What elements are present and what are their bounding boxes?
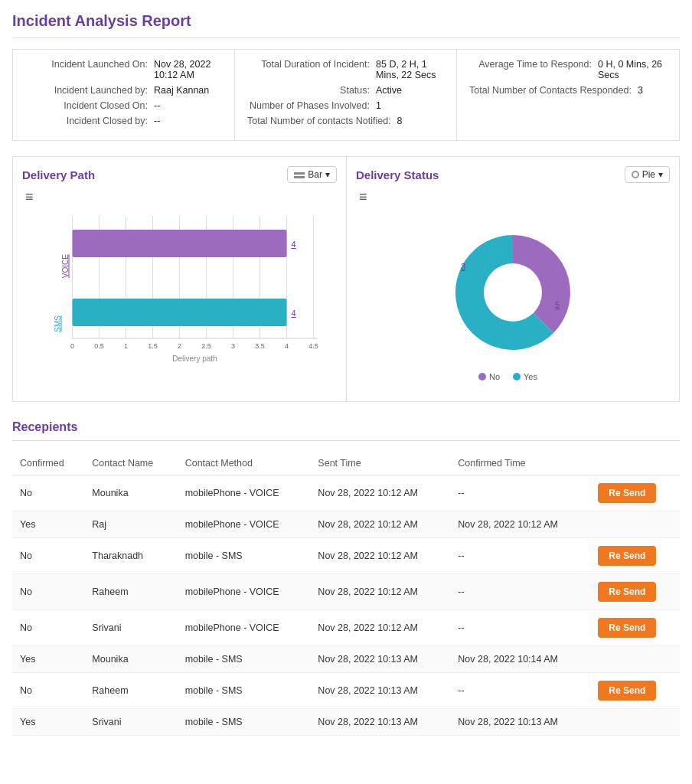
donut-chart-svg: 3 5 No Yes <box>364 216 662 384</box>
label-status: Status: <box>247 85 370 96</box>
cell-contactmethod: mobilePhone - VOICE <box>178 574 311 610</box>
sms-label: SMS <box>54 315 62 332</box>
label-contacts-responded: Total Number of Contacts Responded: <box>469 85 632 96</box>
svg-text:0: 0 <box>70 342 74 350</box>
cell-confirmedtime: Nov 28, 2022 10:13 AM <box>450 709 590 736</box>
table-row: NoRaheemmobile - SMSNov 28, 2022 10:13 A… <box>12 673 680 709</box>
bar-chart-svg: VOICE 4 SMS 4 0 0.5 1 1.5 2 2.5 3 3.5 4 … <box>22 208 337 377</box>
resend-button[interactable]: Re Send <box>598 546 656 566</box>
delivery-path-title: Delivery Path <box>22 168 95 181</box>
info-row-launched-on: Incident Launched On: Nov 28, 2022 10:12… <box>25 59 222 80</box>
col-sent-time: Sent Time <box>310 452 450 475</box>
recipients-table-head: Confirmed Contact Name Contact Method Se… <box>12 452 680 475</box>
cell-contactname: Srivani <box>84 610 177 646</box>
info-col-3: Average Time to Respond: 0 H, 0 Mins, 26… <box>457 50 679 140</box>
info-col-2: Total Duration of Incident: 85 D, 2 H, 1… <box>235 50 457 140</box>
legend-no-text: No <box>489 372 500 381</box>
table-row: NoTharaknadhmobile - SMSNov 28, 2022 10:… <box>12 538 680 574</box>
voice-value: 4 <box>292 240 296 249</box>
cell-resend: Re Send <box>590 574 680 610</box>
cell-contactname: Tharaknadh <box>84 538 177 574</box>
bar-icon <box>294 169 305 180</box>
cell-contactmethod: mobilePhone - VOICE <box>178 511 311 538</box>
table-row: NoSrivanimobilePhone - VOICENov 28, 2022… <box>12 610 680 646</box>
cell-senttime: Nov 28, 2022 10:12 AM <box>310 574 450 610</box>
cell-confirmed: Yes <box>12 709 84 736</box>
cell-confirmed: No <box>12 610 84 646</box>
value-phases: 1 <box>376 100 381 111</box>
cell-senttime: Nov 28, 2022 10:12 AM <box>310 610 450 646</box>
cell-resend <box>590 646 680 673</box>
value-contacts-notified: 8 <box>397 116 403 126</box>
pie-icon <box>632 171 639 178</box>
cell-confirmedtime: -- <box>450 475 590 511</box>
value-avg-time: 0 H, 0 Mins, 26 Secs <box>598 59 667 80</box>
table-row: NoMounikamobilePhone - VOICENov 28, 2022… <box>12 475 680 511</box>
cell-confirmed: No <box>12 673 84 709</box>
cell-confirmed: No <box>12 475 84 511</box>
delivery-path-menu-icon[interactable]: ≡ <box>25 189 34 205</box>
cell-senttime: Nov 28, 2022 10:12 AM <box>310 511 450 538</box>
cell-confirmedtime: Nov 28, 2022 10:12 AM <box>450 511 590 538</box>
svg-text:1: 1 <box>124 342 128 350</box>
cell-resend: Re Send <box>590 538 680 574</box>
value-status: Active <box>376 85 402 96</box>
cell-senttime: Nov 28, 2022 10:12 AM <box>310 475 450 511</box>
cell-contactname: Srivani <box>84 709 177 736</box>
cell-contactmethod: mobile - SMS <box>178 673 311 709</box>
legend-yes-text: Yes <box>524 372 537 381</box>
resend-button[interactable]: Re Send <box>598 582 656 602</box>
col-confirmed-time: Confirmed Time <box>450 452 590 475</box>
recipients-table-body: NoMounikamobilePhone - VOICENov 28, 2022… <box>12 475 680 736</box>
cell-contactname: Mounika <box>84 646 177 673</box>
cell-confirmedtime: -- <box>450 538 590 574</box>
delivery-path-panel: Delivery Path Bar▾ ≡ VOICE 4 <box>12 156 346 402</box>
value-closed-by: -- <box>154 116 160 126</box>
resend-button[interactable]: Re Send <box>598 618 656 638</box>
svg-text:Delivery path: Delivery path <box>172 354 217 363</box>
info-row-contacts-responded: Total Number of Contacts Responded: 3 <box>469 85 667 96</box>
recipients-title: Recepients <box>12 420 680 441</box>
cell-resend: Re Send <box>590 475 680 511</box>
label-launched-on: Incident Launched On: <box>25 59 148 70</box>
sms-value: 4 <box>292 309 296 318</box>
cell-confirmed: Yes <box>12 511 84 538</box>
sms-bar <box>73 299 287 326</box>
info-grid: Incident Launched On: Nov 28, 2022 10:12… <box>12 49 680 141</box>
info-row-avg-time: Average Time to Respond: 0 H, 0 Mins, 26… <box>469 59 667 80</box>
cell-contactname: Raj <box>84 511 177 538</box>
col-action <box>590 452 680 475</box>
info-row-launched-by: Incident Launched by: Raaj Kannan <box>25 85 222 96</box>
delivery-status-panel: Delivery Status Pie▾ ≡ <box>346 156 680 402</box>
svg-text:0.5: 0.5 <box>94 342 104 350</box>
value-contacts-responded: 3 <box>638 85 643 96</box>
label-launched-by: Incident Launched by: <box>25 85 148 96</box>
col-confirmed: Confirmed <box>12 452 84 475</box>
donut-chart-area: 3 5 No Yes <box>356 208 670 392</box>
resend-button[interactable]: Re Send <box>598 483 656 503</box>
voice-label: VOICE <box>61 254 70 278</box>
svg-text:4: 4 <box>285 342 289 350</box>
value-closed-on: -- <box>154 100 160 111</box>
info-col-1: Incident Launched On: Nov 28, 2022 10:12… <box>13 50 235 140</box>
delivery-status-title: Delivery Status <box>356 168 439 181</box>
bar-type-button[interactable]: Bar▾ <box>287 166 337 183</box>
pie-type-button[interactable]: Pie▾ <box>625 166 670 183</box>
cell-contactname: Raheem <box>84 574 177 610</box>
delivery-status-menu-icon[interactable]: ≡ <box>359 189 367 205</box>
value-launched-by: Raaj Kannan <box>154 85 209 96</box>
svg-text:2.5: 2.5 <box>201 342 211 350</box>
resend-button[interactable]: Re Send <box>598 681 656 701</box>
legend-yes-dot <box>513 373 521 381</box>
label-contacts-notified: Total Number of contacts Notified: <box>247 116 391 126</box>
label-duration: Total Duration of Incident: <box>247 59 370 70</box>
cell-contactmethod: mobile - SMS <box>178 709 311 736</box>
info-row-closed-on: Incident Closed On: -- <box>25 100 222 111</box>
cell-contactmethod: mobilePhone - VOICE <box>178 475 311 511</box>
cell-confirmedtime: -- <box>450 574 590 610</box>
donut-yes-label: 5 <box>555 300 560 309</box>
cell-confirmedtime: Nov 28, 2022 10:14 AM <box>450 646 590 673</box>
label-closed-on: Incident Closed On: <box>25 100 148 111</box>
cell-contactmethod: mobile - SMS <box>178 646 311 673</box>
svg-text:4.5: 4.5 <box>308 342 318 350</box>
